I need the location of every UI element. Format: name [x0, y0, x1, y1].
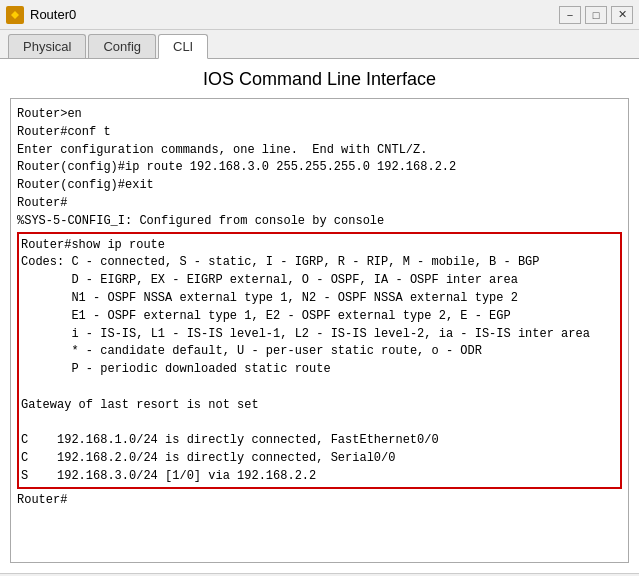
cli-post-highlight: Router#: [17, 493, 67, 507]
minimize-button[interactable]: −: [559, 6, 581, 24]
cli-highlight-text: Router#show ip route Codes: C - connecte…: [21, 238, 590, 483]
tab-physical[interactable]: Physical: [8, 34, 86, 58]
tab-bar: Physical Config CLI: [0, 30, 639, 59]
title-bar: Router0 − □ ✕: [0, 0, 639, 30]
window-title: Router0: [30, 7, 76, 22]
page-title: IOS Command Line Interface: [10, 69, 629, 90]
maximize-button[interactable]: □: [585, 6, 607, 24]
app-icon: [6, 6, 24, 24]
main-content: IOS Command Line Interface Router>en Rou…: [0, 59, 639, 573]
close-button[interactable]: ✕: [611, 6, 633, 24]
cli-scroll-area[interactable]: Router>en Router#conf t Enter configurat…: [11, 99, 628, 562]
cli-container: Router>en Router#conf t Enter configurat…: [10, 98, 629, 563]
tab-cli[interactable]: CLI: [158, 34, 208, 59]
cli-highlighted-block: Router#show ip route Codes: C - connecte…: [17, 232, 622, 489]
cli-pre-highlight: Router>en Router#conf t Enter configurat…: [17, 107, 456, 228]
title-bar-left: Router0: [6, 6, 76, 24]
window-controls: − □ ✕: [559, 6, 633, 24]
tab-config[interactable]: Config: [88, 34, 156, 58]
